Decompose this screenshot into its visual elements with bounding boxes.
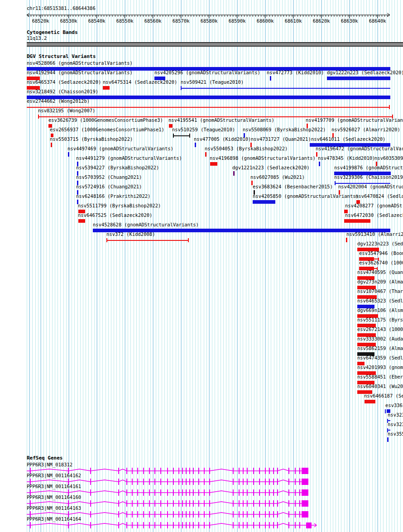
variant-label: nsv6475314 (Sedlazeck2020) [103,80,177,85]
variant-label: esv2656937 (1000GenomesConsortiumPhase1) [50,127,164,132]
variant-label: nsv4528066 (gnomADStructuralVariants) [27,61,133,66]
variant-label: nsv5504053 (ByrskaBishop2022) [205,146,288,151]
variant-label: nsv4740595 (Quan2 [357,270,403,275]
variant-glyph[interactable] [346,238,347,242]
variant-label: nsv6467525 (Sedlazeck2020) [78,213,152,218]
variant-glyph[interactable] [327,77,390,80]
variant-glyph[interactable] [205,152,206,157]
variant-label: nsv4201993 (gnom [357,365,403,370]
ruler-tick-label: 68590k [229,18,246,24]
ruler-tick-label: 68520k [32,18,50,24]
ruler-svg: 68520k68530k68540k68550k68560k68570k6858… [0,12,403,26]
variant-glyph[interactable] [389,105,390,109]
variant-label: nsv5926027 (Almarri2020) [331,127,400,132]
variant-label: nsv3218492 (Chaisson2019) [27,89,98,94]
variant-glyph[interactable] [181,88,390,89]
variant-label: nsv4199876 (gnomADStructu [334,165,403,170]
variant-glyph[interactable] [173,135,190,136]
variant-label: nsv323 [388,422,403,427]
gene-model[interactable] [0,521,403,531]
dgv-track-title: DGV Structural Variants [27,54,96,59]
ruler-tick-label: 68600k [257,18,274,24]
variant-label: esv3626740 (1000G [359,260,403,265]
cytoband-name: 11q13.2 [27,36,47,41]
ruler-tick-label: 68560k [144,18,162,24]
cytoband-track-title: Cytogenetic Bands [27,30,78,35]
variant-label: nsv4731727 (Quan2021) [251,137,311,142]
variant-label: nsv477005 (Kidd2010) [194,137,251,142]
variant-glyph[interactable] [106,240,189,241]
variant-label: nsv5913410 (Almarri20 [346,232,403,237]
variant-label: esv3626739 (1000GenomesConsortiumPhase3) [48,118,163,123]
variant-label: nsv372 (Kidd2008) [106,232,155,237]
variant-label: nsv4197709 (gnomADStructuralVariants [306,118,403,123]
variant-glyph[interactable] [344,219,370,223]
variant-label: nsv5511799 (ByrskaBishop2022) [78,203,161,208]
variant-glyph[interactable] [316,152,317,157]
ruler-tick-label: 68540k [88,18,106,24]
variant-label: nsv472773 (Kidd2010) [267,70,324,75]
variant-glyph[interactable] [319,162,320,166]
variant-label: nsv5511175 (Byrs [357,317,403,322]
variant-label: nsv4497469 (gnomADStructuralVariants) [67,146,173,151]
variant-label: esv3365 [385,403,403,408]
variant-label: esv2744662 (Wong2012b) [27,99,90,104]
variant-glyph[interactable] [233,171,235,176]
variant-label: nsv4208277 (gnomADStru [345,203,403,208]
variant-label: nsv4195541 (gnomADStructuralVariants) [168,118,274,123]
variant-glyph[interactable] [189,134,190,138]
variant-label: nsv6470824 (Sedlaz [355,194,403,199]
ruler-tick-label: 68530k [60,18,78,24]
variant-label: nsv510259 (Teague2010) [172,127,235,132]
variant-label: nsv832195 (Wong2007) [38,108,95,113]
variant-glyph[interactable] [385,409,386,413]
variant-label: nsv5394227 (ByrskaBishop2022) [76,165,159,170]
variant-label: nsv6465323 (Sedl [357,298,403,303]
variant-label: nsv4205850 (gnomADStructuralVariants) [253,194,359,199]
variant-glyph[interactable] [78,219,85,223]
variant-label: esv3683624 (Besenbacher2015) [253,184,333,189]
variant-label: nsv6465374 (Sedlazeck2020) [27,80,101,85]
variant-label: nsv4196472 (gnomADStructuralVari [316,146,403,151]
variant-label: nsv6472030 (Sedlazeck2 [345,213,403,218]
ruler-tick-label: 68580k [201,18,218,24]
variant-glyph[interactable] [51,143,52,147]
variant-glyph[interactable] [253,200,275,204]
ruler-tick-label: 68640k [369,18,387,24]
variant-label: nsv5503715 (ByrskaBishop2022) [50,137,133,142]
variant-label: nsv6035309 [374,156,403,161]
variant-label: nsv6466187 (Se [364,393,403,398]
variant-label: nsv509421 (Teague2010) [181,80,244,85]
variant-label: nsv6248166 (Prakrithi2022) [76,194,150,199]
variant-glyph[interactable] [387,437,389,442]
genome-browser-panel: chr11:68515381..68644386 68520k68530k685… [0,0,403,532]
variant-glyph[interactable] [374,259,378,259]
variant-label: nsv3239306 (Chaisson2019) [334,175,403,180]
variant-glyph[interactable] [195,143,196,147]
ruler-tick-label: 68550k [116,18,134,24]
region-title: chr11:68515381..68644386 [27,6,96,11]
variant-glyph[interactable] [365,400,375,403]
variant-glyph[interactable] [270,76,271,81]
refseq-track-title: RefSeq Genes [27,455,62,460]
variant-label: nsv6027085 (Wu2021) [250,175,305,180]
variant-label: dgv669n106 (Alsm [357,308,403,313]
variant-glyph[interactable] [188,238,189,242]
variant-label: nsv6474359 (Sedl [357,355,403,360]
variant-label: nsv4491279 (gnomADStructuralVariants) [76,156,182,161]
cytoband-glyph[interactable] [27,42,403,47]
variant-label: nsv5588451 (Eber [357,374,403,379]
variant-label: nsv6461011 (Sedlazeck2020) [311,137,385,142]
variant-label: nsv5703952 (Chuang2021) [76,175,142,180]
variant-glyph[interactable] [210,162,217,166]
variant-label: nsv355 [388,431,403,436]
variant-label: dgv1223n223 (Sedl [357,241,403,246]
variant-label: dgv273n209 (Alma [357,279,403,284]
variant-glyph[interactable] [103,86,110,90]
variant-label: nsv4192944 (gnomADStructuralVariants) [27,70,133,75]
variant-glyph[interactable] [387,430,390,431]
variant-label: nsv3333002 (Auda [357,336,403,341]
variant-label: nsv4205296 (gnomADStructuralVariants) [154,70,260,75]
variant-glyph[interactable] [387,420,390,421]
variant-glyph[interactable] [68,152,69,157]
